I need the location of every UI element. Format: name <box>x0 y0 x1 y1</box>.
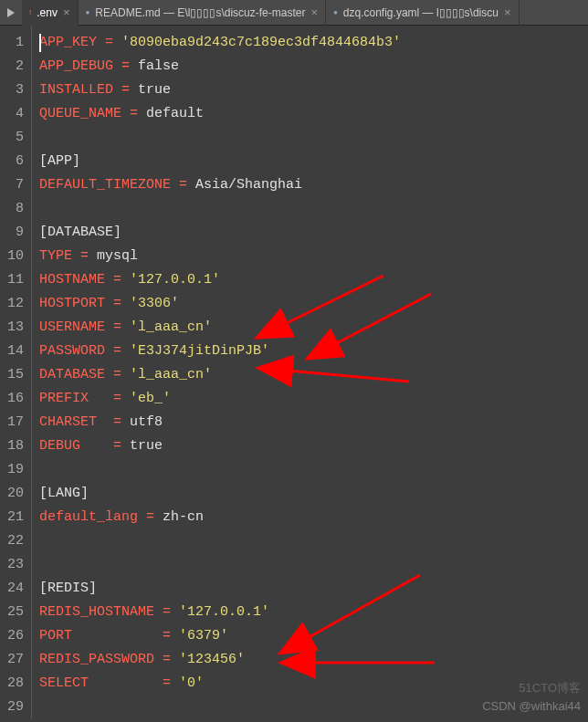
code-editor[interactable]: 1234567891011121314151617181920212223242… <box>0 26 588 719</box>
line-number: 20 <box>0 482 31 506</box>
line-number: 3 <box>0 78 31 102</box>
line-number: 29 <box>0 696 31 719</box>
file-icon: ● <box>333 8 338 16</box>
code-area[interactable]: APP_KEY = '8090eba9d243c7c189ec3df484468… <box>31 26 588 719</box>
code-line[interactable]: INSTALLED = true <box>39 78 588 102</box>
line-number: 22 <box>0 529 31 553</box>
line-number: 14 <box>0 340 31 363</box>
tab-label: .env <box>37 6 58 19</box>
close-icon[interactable]: × <box>310 5 318 19</box>
line-number: 27 <box>0 648 31 672</box>
line-number: 9 <box>0 221 31 245</box>
line-number: 10 <box>0 245 31 268</box>
code-line[interactable] <box>39 553 588 577</box>
code-line[interactable]: TYPE = mysql <box>39 245 588 268</box>
line-number: 5 <box>0 126 31 150</box>
code-line[interactable]: CHARSET = utf8 <box>39 411 588 434</box>
line-number: 18 <box>0 434 31 458</box>
code-line[interactable]: [DATABASE] <box>39 221 588 245</box>
line-number: 19 <box>0 458 31 482</box>
code-line[interactable]: default_lang = zh-cn <box>39 506 588 529</box>
line-number: 13 <box>0 316 31 340</box>
watermark-51cto: 51CTO博客 <box>519 680 581 696</box>
text-cursor <box>39 34 41 52</box>
line-number: 15 <box>0 363 31 387</box>
code-line[interactable]: [APP] <box>39 150 588 173</box>
line-number: 26 <box>0 624 31 648</box>
play-icon[interactable] <box>0 8 22 17</box>
code-line[interactable]: PORT = '6379' <box>39 624 588 648</box>
code-line[interactable]: QUEUE_NAME = default <box>39 102 588 126</box>
code-line[interactable] <box>39 458 588 482</box>
line-number: 25 <box>0 601 31 624</box>
line-number: 24 <box>0 577 31 601</box>
line-number: 6 <box>0 150 31 173</box>
line-number: 2 <box>0 55 31 78</box>
line-number: 4 <box>0 102 31 126</box>
code-line[interactable] <box>39 529 588 553</box>
tab-0[interactable]: !.env× <box>22 0 79 26</box>
code-line[interactable]: [REDIS] <box>39 577 588 601</box>
line-number: 28 <box>0 672 31 696</box>
tab-2[interactable]: ●dzq.config.yaml — l▯▯▯▯s\discu× <box>326 0 520 26</box>
code-line[interactable]: DEBUG = true <box>39 434 588 458</box>
code-line[interactable] <box>39 126 588 150</box>
tab-bar: !.env×●README.md — E\l▯▯▯▯s\discuz-fe-ma… <box>0 0 588 26</box>
code-line[interactable] <box>39 197 588 221</box>
line-number: 7 <box>0 173 31 197</box>
code-line[interactable]: DEFAULT_TIMEZONE = Asia/Shanghai <box>39 173 588 197</box>
file-icon: ! <box>29 8 31 16</box>
code-line[interactable]: HOSTNAME = '127.0.0.1' <box>39 268 588 292</box>
tab-1[interactable]: ●README.md — E\l▯▯▯▯s\discuz-fe-master× <box>79 0 326 26</box>
tab-label: README.md — E\l▯▯▯▯s\discuz-fe-master <box>95 6 305 19</box>
line-number: 17 <box>0 411 31 434</box>
line-number: 21 <box>0 506 31 529</box>
code-line[interactable]: [LANG] <box>39 482 588 506</box>
tab-label: dzq.config.yaml — l▯▯▯▯s\discu <box>343 6 499 19</box>
code-line[interactable]: REDIS_HOSTNAME = '127.0.0.1' <box>39 601 588 624</box>
file-icon: ● <box>86 8 90 16</box>
code-line[interactable]: DATABASE = 'l_aaa_cn' <box>39 363 588 387</box>
line-number: 12 <box>0 292 31 316</box>
line-number: 8 <box>0 197 31 221</box>
line-number: 23 <box>0 553 31 577</box>
code-line[interactable]: PASSWORD = 'E3J374jitDinPJB' <box>39 340 588 363</box>
code-line[interactable]: SELECT = '0' <box>39 672 588 696</box>
line-number: 11 <box>0 268 31 292</box>
close-icon[interactable]: × <box>504 5 511 19</box>
line-number: 16 <box>0 387 31 411</box>
line-gutter: 1234567891011121314151617181920212223242… <box>0 26 31 719</box>
code-line[interactable]: PREFIX = 'eb_' <box>39 387 588 411</box>
code-line[interactable]: APP_DEBUG = false <box>39 55 588 78</box>
code-line[interactable]: HOSTPORT = '3306' <box>39 292 588 316</box>
watermark-csdn: CSDN @withkai44 <box>482 699 581 713</box>
code-line[interactable]: REDIS_PASSWORD = '123456' <box>39 648 588 672</box>
line-number: 1 <box>0 31 31 55</box>
code-line[interactable]: APP_KEY = '8090eba9d243c7c189ec3df484468… <box>39 31 588 55</box>
code-line[interactable]: USERNAME = 'l_aaa_cn' <box>39 316 588 340</box>
close-icon[interactable]: × <box>63 5 70 19</box>
